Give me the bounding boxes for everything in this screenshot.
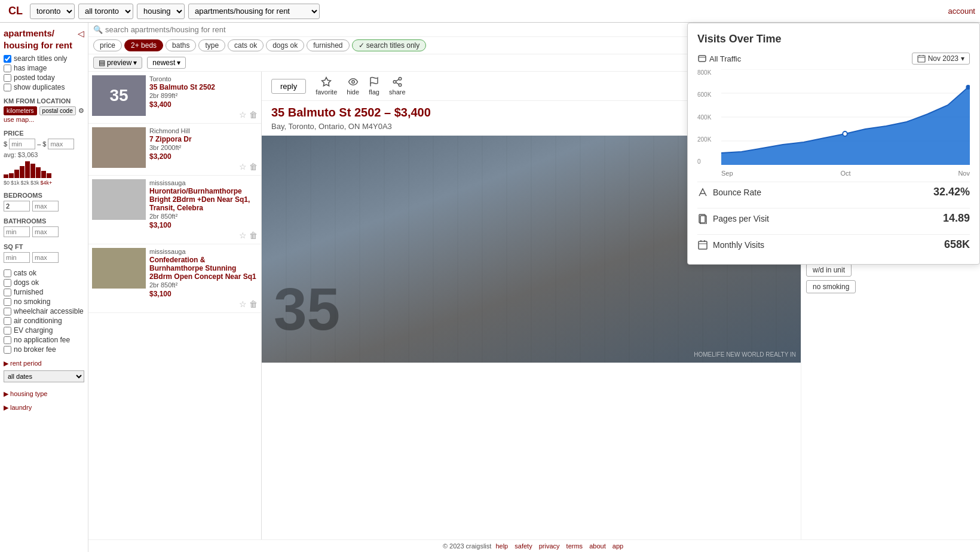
no-app-fee-label[interactable]: no application fee [4, 336, 84, 344]
city-select[interactable]: toronto [30, 4, 75, 19]
preview-button[interactable]: ▤ preview ▾ [93, 57, 142, 69]
furnished-checkbox[interactable] [4, 289, 11, 296]
star-button-2[interactable]: ☆ [239, 162, 247, 171]
monthly-visits-value: 658K [944, 238, 970, 251]
visits-over-time-panel: Visits Over Time All Traffic Nov 2023 ▾ … [687, 23, 980, 265]
housing-type-link[interactable]: ▶ housing type [4, 390, 84, 398]
pages-per-visit-metric: Pages per Visit 14.89 [697, 208, 970, 228]
delete-button-4[interactable]: 🗑 [249, 299, 258, 309]
ev-checkbox[interactable] [4, 327, 11, 335]
bedrooms-min-input[interactable] [4, 201, 30, 211]
wheelchair-label[interactable]: wheelchair accessible [4, 307, 84, 315]
bath-min-input[interactable] [4, 226, 30, 237]
svg-rect-19 [918, 56, 925, 62]
rent-period-section: ▶ rent period all dates [4, 360, 84, 384]
filter-search-titles-pill[interactable]: ✓ search titles only [352, 39, 427, 51]
ac-label[interactable]: air conditioning [4, 317, 84, 325]
filter-type-pill[interactable]: type [198, 39, 225, 51]
subcategory-select[interactable]: apartments/housing for rent [188, 4, 320, 19]
bedrooms-max-input[interactable] [32, 201, 59, 211]
price-max-input[interactable] [48, 139, 74, 149]
sqft-min-input[interactable] [4, 252, 30, 263]
filter-price-pill[interactable]: price [93, 39, 122, 51]
filter-dogs-pill[interactable]: dogs ok [266, 39, 304, 51]
search-titles-checkbox[interactable] [4, 55, 11, 63]
show-duplicates-checkbox-label[interactable]: show duplicates [4, 83, 84, 91]
filter-beds-pill[interactable]: 2+ beds [124, 39, 163, 51]
favorite-button[interactable]: favorite [316, 76, 337, 96]
no-app-fee-checkbox[interactable] [4, 336, 11, 344]
has-image-checkbox-label[interactable]: has image [4, 64, 84, 72]
listing-actions-2: ☆ 🗑 [149, 162, 258, 171]
gear-icon[interactable]: ⚙ [78, 107, 84, 115]
listing-title-2: 7 Zippora Dr [149, 135, 258, 143]
search-titles-checkbox-label[interactable]: search titles only [4, 54, 84, 63]
km-row: kilometers postal code ⚙ [4, 106, 84, 115]
km-kilometers-btn[interactable]: kilometers [4, 106, 37, 115]
ev-label[interactable]: EV charging [4, 326, 84, 335]
ac-checkbox[interactable] [4, 317, 11, 325]
dogs-ok-label[interactable]: dogs ok [4, 278, 84, 287]
rent-period-link[interactable]: ▶ rent period [4, 360, 84, 367]
posted-today-checkbox[interactable] [4, 74, 11, 82]
list-item[interactable]: Richmond Hill 7 Zippora Dr 3br 2000ft² $… [88, 124, 261, 176]
no-broker-label[interactable]: no broker fee [4, 345, 84, 354]
delete-button-1[interactable]: 🗑 [249, 110, 258, 119]
no-smoking-checkbox[interactable] [4, 298, 11, 306]
list-item[interactable]: mississauga Confederation & Burnhamthorp… [88, 244, 261, 313]
listing-meta-1: 2br 899ft² [149, 92, 258, 99]
calendar-icon [917, 54, 926, 63]
sqft-max-input[interactable] [32, 252, 59, 263]
rent-period-select[interactable]: all dates [4, 370, 84, 382]
vot-date-picker[interactable]: Nov 2023 ▾ [912, 53, 970, 65]
listing-price-2: $3,200 [149, 152, 258, 161]
sort-button[interactable]: newest ▾ [147, 57, 186, 69]
price-bar-5 [25, 161, 30, 178]
account-link[interactable]: account [948, 7, 975, 16]
use-map-link[interactable]: use map... [4, 116, 34, 123]
reply-button[interactable]: reply [271, 79, 306, 94]
laundry-link[interactable]: ▶ laundry [4, 404, 84, 412]
posted-today-checkbox-label[interactable]: posted today [4, 73, 84, 82]
star-button-3[interactable]: ☆ [239, 231, 247, 240]
bath-max-input[interactable] [32, 226, 59, 237]
footer-about-link[interactable]: about [589, 542, 606, 550]
furnished-label[interactable]: furnished [4, 288, 84, 296]
category-select[interactable]: housing [137, 4, 185, 19]
footer-safety-link[interactable]: safety [514, 542, 532, 550]
footer-privacy-link[interactable]: privacy [539, 542, 560, 550]
filter-furnished-pill[interactable]: furnished [307, 39, 349, 51]
vot-chart: 800K 600K 400K 200K 0 [697, 69, 970, 165]
pages-icon [697, 213, 708, 224]
delete-button-3[interactable]: 🗑 [249, 231, 258, 240]
has-image-checkbox[interactable] [4, 65, 11, 72]
wheelchair-checkbox[interactable] [4, 308, 11, 315]
show-duplicates-checkbox[interactable] [4, 84, 11, 91]
flag-button[interactable]: flag [369, 76, 379, 96]
filter-baths-pill[interactable]: baths [166, 39, 196, 51]
svg-marker-28 [721, 86, 970, 165]
star-button-1[interactable]: ☆ [239, 110, 247, 119]
list-item[interactable]: 35 Toronto 35 Balmuto St 2502 2br 899ft²… [88, 72, 261, 124]
region-select[interactable]: all toronto [78, 4, 133, 19]
footer-help-link[interactable]: help [495, 542, 508, 550]
km-postal-btn[interactable]: postal code [39, 106, 76, 115]
price-min-input[interactable] [9, 139, 35, 149]
collapse-sidebar-button[interactable]: ◁ [78, 29, 84, 38]
cats-ok-checkbox[interactable] [4, 269, 11, 277]
dogs-ok-checkbox[interactable] [4, 279, 11, 287]
hide-button[interactable]: hide [347, 76, 359, 96]
share-button[interactable]: share [389, 76, 406, 96]
footer-app-link[interactable]: app [612, 542, 623, 550]
delete-button-2[interactable]: 🗑 [249, 162, 258, 171]
cats-ok-label[interactable]: cats ok [4, 269, 84, 277]
laundry-section: ▶ laundry [4, 404, 84, 412]
footer-terms-link[interactable]: terms [566, 542, 583, 550]
star-button-4[interactable]: ☆ [239, 299, 247, 309]
filter-cats-pill[interactable]: cats ok [228, 39, 264, 51]
svg-marker-0 [322, 78, 331, 86]
list-item[interactable]: mississauga Hurontario/Burnhamthorpe Bri… [88, 176, 261, 244]
no-broker-checkbox[interactable] [4, 346, 11, 354]
no-smoking-label[interactable]: no smoking [4, 298, 84, 306]
price-bar-2 [9, 173, 14, 178]
